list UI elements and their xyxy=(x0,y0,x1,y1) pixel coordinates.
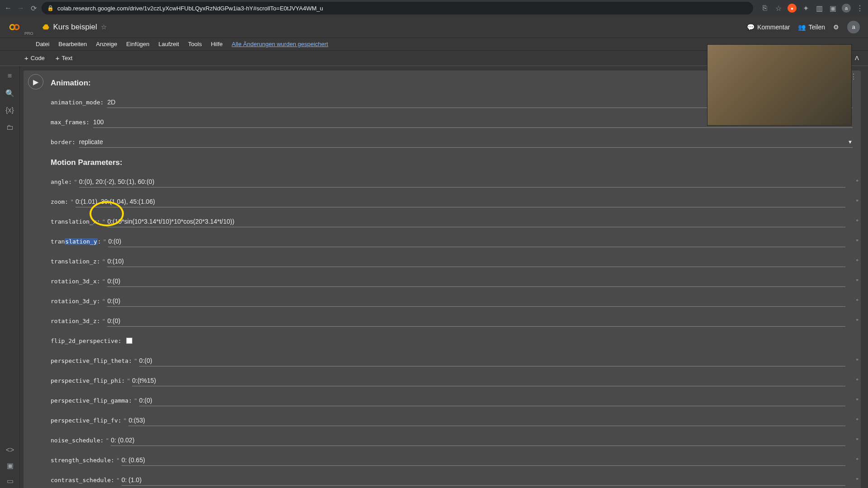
angle-row: angle: " " xyxy=(51,172,861,192)
translation-z-label: translation_z: xyxy=(51,258,100,265)
perspective-flip-phi-row: perspective_flip_phi: " " xyxy=(51,371,861,390)
angle-input[interactable] xyxy=(79,176,845,188)
translation-y-label: translation_y: xyxy=(51,238,101,245)
perspective-flip-gamma-row: perspective_flip_gamma: " " xyxy=(51,390,861,410)
colab-logo-icon[interactable] xyxy=(8,21,21,33)
flip-2d-perspective-label: flip_2d_perspective: xyxy=(51,338,122,344)
perspective-flip-theta-row: perspective_flip_theta: " " xyxy=(51,351,861,371)
zoom-row: zoom: " " xyxy=(51,192,861,211)
translation-z-input[interactable] xyxy=(107,256,845,267)
menu-hilfe[interactable]: Hilfe xyxy=(207,39,226,49)
drive-icon xyxy=(42,23,50,31)
menu-datei[interactable]: Datei xyxy=(32,39,53,49)
perspective-flip-gamma-label: perspective_flip_gamma: xyxy=(51,397,132,404)
zoom-label: zoom: xyxy=(51,198,68,205)
doc-title[interactable]: Kurs beispiel ☆ xyxy=(42,23,107,32)
noise-schedule-input[interactable] xyxy=(111,435,845,446)
perspective-flip-phi-label: perspective_flip_phi: xyxy=(51,377,125,384)
translation-x-label: translation_x: xyxy=(51,218,100,225)
rotation-3d-y-row: rotation_3d_y: " " xyxy=(51,291,861,311)
code-snippets-icon[interactable]: <> xyxy=(5,446,14,455)
lock-icon: 🔒 xyxy=(47,5,54,11)
comment-icon: 💬 xyxy=(747,23,755,31)
perspective-flip-gamma-input[interactable] xyxy=(139,395,845,406)
back-icon[interactable]: ← xyxy=(4,4,13,13)
url-bar[interactable]: 🔒 colab.research.google.com/drive/1v2czL… xyxy=(42,2,753,14)
perspective-flip-theta-label: perspective_flip_theta: xyxy=(51,357,132,364)
translation-y-row: translation_y: " " xyxy=(51,231,861,251)
border-select[interactable] xyxy=(79,136,853,148)
rotation-3d-y-label: rotation_3d_y: xyxy=(51,298,100,305)
perspective-flip-theta-input[interactable] xyxy=(139,355,845,366)
star-icon[interactable]: ☆ xyxy=(774,4,783,13)
rotation-3d-z-input[interactable] xyxy=(107,315,845,327)
webcam-overlay xyxy=(707,44,852,126)
strength-schedule-label: strength_schedule: xyxy=(51,457,114,464)
add-text-button[interactable]: +Text xyxy=(51,52,77,64)
share-button[interactable]: 👥 Teilen xyxy=(798,23,825,31)
max-frames-label: max_frames: xyxy=(51,119,90,126)
save-status[interactable]: Alle Änderungen wurden gespeichert xyxy=(227,39,332,49)
animation-mode-label: animation_mode: xyxy=(51,99,104,106)
pro-label: PRO xyxy=(24,31,33,36)
terminal-icon[interactable]: ▣ xyxy=(5,461,14,470)
account-avatar[interactable]: a xyxy=(847,21,860,33)
comment-button[interactable]: 💬 Kommentar xyxy=(747,23,790,31)
bottom-rail: <> ▣ ▭ xyxy=(0,446,20,485)
command-icon[interactable]: ▭ xyxy=(5,476,14,485)
colab-header: PRO Kurs beispiel ☆ 💬 Kommentar 👥 Teilen… xyxy=(0,16,868,38)
sidepanel-icon[interactable]: ▥ xyxy=(815,4,824,13)
extension-orange-icon[interactable]: ● xyxy=(788,4,797,13)
search-icon[interactable]: 🔍 xyxy=(5,89,14,98)
menu-bearbeiten[interactable]: Bearbeiten xyxy=(54,39,91,49)
browser-chrome-bar: ← → ⟳ 🔒 colab.research.google.com/drive/… xyxy=(0,0,868,16)
left-rail: ≡ 🔍 {x} 🗀 xyxy=(0,66,20,488)
collapse-icon[interactable]: ᐱ xyxy=(853,53,861,63)
favorite-star-icon[interactable]: ☆ xyxy=(101,23,107,31)
extensions-icon[interactable]: ✦ xyxy=(801,4,810,13)
settings-icon[interactable]: ⚙ xyxy=(833,23,839,31)
browser-menu-icon[interactable]: ⋮ xyxy=(855,4,864,13)
menu-laufzeit[interactable]: Laufzeit xyxy=(155,39,184,49)
translation-z-row: translation_z: " " xyxy=(51,251,861,271)
notebook-content: ▶ 🔗 ⋮ Animation: animation_mode: ▼ max_f… xyxy=(20,66,868,488)
translation-x-input[interactable] xyxy=(107,216,845,227)
contrast-schedule-label: contrast_schedule: xyxy=(51,477,114,483)
menu-einfuegen[interactable]: Einfügen xyxy=(122,39,153,49)
rotation-3d-y-input[interactable] xyxy=(107,296,845,307)
run-cell-button[interactable]: ▶ xyxy=(28,74,43,89)
contrast-schedule-row: contrast_schedule: " " xyxy=(51,470,861,488)
menu-anzeige[interactable]: Anzeige xyxy=(92,39,121,49)
menu-tools[interactable]: Tools xyxy=(184,39,206,49)
strength-schedule-row: strength_schedule: " " xyxy=(51,450,861,470)
noise-schedule-row: noise_schedule: " " xyxy=(51,430,861,450)
angle-label: angle: xyxy=(51,178,72,185)
rotation-3d-x-input[interactable] xyxy=(107,276,845,287)
noise-schedule-label: noise_schedule: xyxy=(51,437,104,444)
form-cell: ▶ 🔗 ⋮ Animation: animation_mode: ▼ max_f… xyxy=(24,70,861,488)
border-label: border: xyxy=(51,139,75,145)
rotation-3d-z-label: rotation_3d_z: xyxy=(51,318,100,324)
variables-icon[interactable]: {x} xyxy=(5,106,14,115)
files-icon[interactable]: 🗀 xyxy=(5,123,14,132)
browser-avatar[interactable]: a xyxy=(842,4,851,13)
perspective-flip-fv-row: perspective_flip_fv: " " xyxy=(51,410,861,430)
contrast-schedule-input[interactable] xyxy=(122,474,845,486)
rotation-3d-x-row: rotation_3d_x: " " xyxy=(51,271,861,291)
motion-section-title: Motion Parameters: xyxy=(51,158,861,167)
perspective-flip-phi-input[interactable] xyxy=(132,375,845,386)
flip-2d-perspective-row: flip_2d_perspective: xyxy=(51,331,861,351)
panel-icon[interactable]: ▣ xyxy=(828,4,837,13)
toc-icon[interactable]: ≡ xyxy=(5,71,14,80)
perspective-flip-fv-input[interactable] xyxy=(128,415,845,426)
add-code-button[interactable]: +Code xyxy=(20,52,49,64)
zoom-input[interactable] xyxy=(75,196,845,207)
strength-schedule-input[interactable] xyxy=(122,455,845,466)
rotation-3d-z-row: rotation_3d_z: " " xyxy=(51,311,861,331)
translation-y-input[interactable] xyxy=(108,236,845,247)
flip-2d-perspective-checkbox[interactable] xyxy=(126,338,132,344)
install-icon[interactable]: ⎘ xyxy=(760,4,769,13)
forward-icon[interactable]: → xyxy=(16,4,25,13)
translation-x-row: translation_x: " " xyxy=(51,211,861,231)
reload-icon[interactable]: ⟳ xyxy=(29,4,38,13)
